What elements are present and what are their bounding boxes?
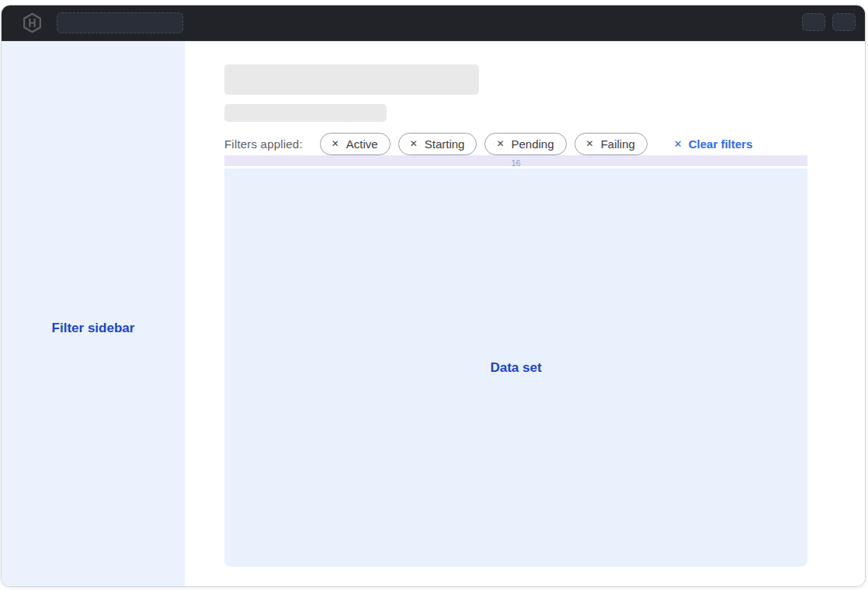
search-placeholder[interactable] [57, 12, 183, 33]
filter-sidebar: Filter sidebar [2, 41, 185, 586]
remove-icon[interactable]: ✕ [332, 139, 339, 148]
remove-icon[interactable]: ✕ [410, 139, 418, 148]
filter-chip-failing[interactable]: ✕ Failing [575, 133, 648, 155]
subtitle-placeholder [224, 104, 387, 122]
filter-chip-active[interactable]: ✕ Active [320, 133, 391, 155]
topbar-action-placeholder-2[interactable] [832, 13, 856, 31]
remove-icon[interactable]: ✕ [496, 139, 504, 148]
topbar [2, 5, 865, 41]
filter-sidebar-label: Filter sidebar [2, 321, 185, 336]
dataset-area: Data set [224, 168, 807, 567]
dataset-label: Data set [490, 360, 541, 376]
title-placeholder [224, 64, 479, 95]
topbar-action-placeholder-1[interactable] [802, 13, 825, 31]
clear-filters-label: Clear filters [689, 137, 753, 151]
results-count-bar: 16 [224, 155, 807, 166]
hashicorp-logo-icon [22, 12, 43, 33]
filter-chip-label: Pending [512, 137, 554, 151]
app-window: Filter sidebar Filters applied: ✕ Active… [1, 5, 866, 587]
filter-chip-label: Failing [601, 137, 635, 151]
remove-icon[interactable]: ✕ [586, 139, 594, 148]
results-count: 16 [511, 158, 520, 168]
main-content: Filters applied: ✕ Active ✕ Starting ✕ P… [185, 41, 865, 586]
filters-applied-row: Filters applied: ✕ Active ✕ Starting ✕ P… [224, 132, 752, 155]
filter-chip-pending[interactable]: ✕ Pending [484, 133, 566, 155]
clear-filters-button[interactable]: ✕ Clear filters [674, 137, 752, 151]
filter-chip-starting[interactable]: ✕ Starting [398, 133, 477, 155]
clear-filters-icon: ✕ [674, 139, 682, 149]
filters-applied-label: Filters applied: [224, 137, 303, 151]
filter-chip-label: Starting [425, 137, 465, 151]
filter-chip-label: Active [346, 137, 378, 151]
